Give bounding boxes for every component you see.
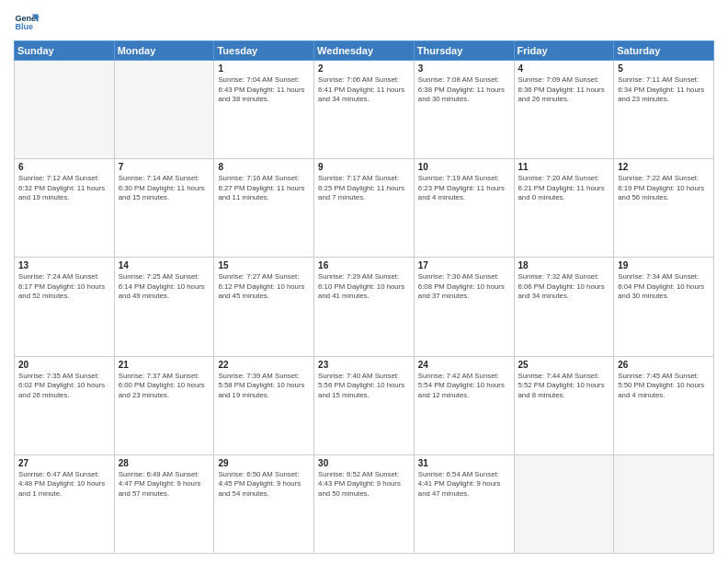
calendar-cell: 17Sunrise: 7:30 AM Sunset: 6:08 PM Dayli… <box>414 258 514 356</box>
calendar-cell: 5Sunrise: 7:11 AM Sunset: 6:34 PM Daylig… <box>614 61 714 159</box>
day-info: Sunrise: 7:29 AM Sunset: 6:10 PM Dayligh… <box>318 272 410 302</box>
day-number: 8 <box>218 162 310 172</box>
day-info: Sunrise: 7:44 AM Sunset: 5:52 PM Dayligh… <box>518 372 610 401</box>
day-info: Sunrise: 7:19 AM Sunset: 6:23 PM Dayligh… <box>418 174 510 203</box>
day-number: 5 <box>618 63 710 74</box>
logo-area: General Blue <box>14 9 43 35</box>
day-info: Sunrise: 7:09 AM Sunset: 6:36 PM Dayligh… <box>518 75 610 105</box>
calendar-cell: 24Sunrise: 7:42 AM Sunset: 5:54 PM Dayli… <box>414 356 514 454</box>
day-number: 27 <box>18 458 110 468</box>
calendar-cell: 27Sunrise: 6:47 AM Sunset: 4:48 PM Dayli… <box>15 454 115 553</box>
day-info: Sunrise: 7:42 AM Sunset: 5:54 PM Dayligh… <box>418 372 510 401</box>
day-number: 13 <box>18 260 110 270</box>
day-number: 6 <box>18 162 110 172</box>
day-number: 19 <box>618 260 710 270</box>
day-info: Sunrise: 7:27 AM Sunset: 6:12 PM Dayligh… <box>218 272 310 302</box>
calendar-cell: 6Sunrise: 7:12 AM Sunset: 6:32 PM Daylig… <box>15 159 115 258</box>
day-info: Sunrise: 7:45 AM Sunset: 5:50 PM Dayligh… <box>618 372 710 401</box>
calendar-cell: 10Sunrise: 7:19 AM Sunset: 6:23 PM Dayli… <box>414 159 514 258</box>
day-number: 28 <box>119 458 210 468</box>
calendar-cell: 16Sunrise: 7:29 AM Sunset: 6:10 PM Dayli… <box>314 258 415 356</box>
day-number: 23 <box>318 360 410 370</box>
calendar-cell: 13Sunrise: 7:24 AM Sunset: 6:17 PM Dayli… <box>15 258 115 356</box>
calendar-cell: 26Sunrise: 7:45 AM Sunset: 5:50 PM Dayli… <box>614 356 714 454</box>
day-number: 1 <box>218 63 310 74</box>
day-info: Sunrise: 7:34 AM Sunset: 6:04 PM Dayligh… <box>618 272 710 302</box>
day-number: 20 <box>18 360 110 370</box>
calendar-cell: 19Sunrise: 7:34 AM Sunset: 6:04 PM Dayli… <box>614 258 714 356</box>
day-info: Sunrise: 7:17 AM Sunset: 6:25 PM Dayligh… <box>318 174 410 203</box>
day-number: 26 <box>618 360 710 370</box>
day-number: 15 <box>218 260 310 270</box>
svg-text:Blue: Blue <box>15 22 33 31</box>
week-row-4: 20Sunrise: 7:35 AM Sunset: 6:02 PM Dayli… <box>15 356 714 454</box>
day-number: 11 <box>518 162 610 172</box>
calendar-cell: 4Sunrise: 7:09 AM Sunset: 6:36 PM Daylig… <box>514 61 614 159</box>
weekday-header-sunday: Sunday <box>15 41 115 61</box>
day-info: Sunrise: 7:37 AM Sunset: 6:00 PM Dayligh… <box>119 372 210 401</box>
calendar-cell: 25Sunrise: 7:44 AM Sunset: 5:52 PM Dayli… <box>514 356 614 454</box>
calendar-cell <box>114 61 214 159</box>
day-info: Sunrise: 7:24 AM Sunset: 6:17 PM Dayligh… <box>18 272 110 302</box>
calendar-cell: 28Sunrise: 6:49 AM Sunset: 4:47 PM Dayli… <box>114 454 214 553</box>
calendar-cell: 31Sunrise: 6:54 AM Sunset: 4:41 PM Dayli… <box>414 454 514 553</box>
calendar-cell <box>514 454 614 553</box>
day-info: Sunrise: 7:25 AM Sunset: 6:14 PM Dayligh… <box>119 272 210 302</box>
week-row-5: 27Sunrise: 6:47 AM Sunset: 4:48 PM Dayli… <box>15 454 714 553</box>
calendar-table: SundayMondayTuesdayWednesdayThursdayFrid… <box>14 40 714 554</box>
day-number: 16 <box>318 260 410 270</box>
day-number: 7 <box>119 162 210 172</box>
day-number: 10 <box>418 162 510 172</box>
calendar-cell: 14Sunrise: 7:25 AM Sunset: 6:14 PM Dayli… <box>114 258 214 356</box>
calendar-cell <box>15 61 115 159</box>
calendar-cell: 20Sunrise: 7:35 AM Sunset: 6:02 PM Dayli… <box>15 356 115 454</box>
calendar-cell: 12Sunrise: 7:22 AM Sunset: 6:19 PM Dayli… <box>614 159 714 258</box>
day-number: 31 <box>418 458 510 468</box>
weekday-header-row: SundayMondayTuesdayWednesdayThursdayFrid… <box>15 41 714 61</box>
day-number: 12 <box>618 162 710 172</box>
day-info: Sunrise: 7:04 AM Sunset: 6:43 PM Dayligh… <box>218 75 310 105</box>
day-info: Sunrise: 6:54 AM Sunset: 4:41 PM Dayligh… <box>418 470 510 500</box>
day-info: Sunrise: 7:06 AM Sunset: 6:41 PM Dayligh… <box>318 75 410 105</box>
weekday-header-wednesday: Wednesday <box>314 41 415 61</box>
day-info: Sunrise: 7:20 AM Sunset: 6:21 PM Dayligh… <box>518 174 610 203</box>
day-number: 30 <box>318 458 410 468</box>
calendar-cell <box>614 454 714 553</box>
weekday-header-friday: Friday <box>514 41 614 61</box>
calendar-cell: 30Sunrise: 6:52 AM Sunset: 4:43 PM Dayli… <box>314 454 415 553</box>
day-info: Sunrise: 7:22 AM Sunset: 6:19 PM Dayligh… <box>618 174 710 203</box>
day-info: Sunrise: 7:30 AM Sunset: 6:08 PM Dayligh… <box>418 272 510 302</box>
calendar-cell: 9Sunrise: 7:17 AM Sunset: 6:25 PM Daylig… <box>314 159 415 258</box>
day-number: 24 <box>418 360 510 370</box>
day-number: 22 <box>218 360 310 370</box>
calendar-cell: 29Sunrise: 6:50 AM Sunset: 4:45 PM Dayli… <box>214 454 314 553</box>
day-number: 2 <box>318 63 410 74</box>
calendar-cell: 23Sunrise: 7:40 AM Sunset: 5:56 PM Dayli… <box>314 356 415 454</box>
week-row-1: 1Sunrise: 7:04 AM Sunset: 6:43 PM Daylig… <box>15 61 714 159</box>
day-info: Sunrise: 7:16 AM Sunset: 6:27 PM Dayligh… <box>218 174 310 203</box>
calendar-cell: 15Sunrise: 7:27 AM Sunset: 6:12 PM Dayli… <box>214 258 314 356</box>
day-info: Sunrise: 6:47 AM Sunset: 4:48 PM Dayligh… <box>18 470 110 500</box>
day-info: Sunrise: 7:32 AM Sunset: 6:06 PM Dayligh… <box>518 272 610 302</box>
day-number: 25 <box>518 360 610 370</box>
day-info: Sunrise: 6:50 AM Sunset: 4:45 PM Dayligh… <box>218 470 310 500</box>
day-info: Sunrise: 7:08 AM Sunset: 6:38 PM Dayligh… <box>418 75 510 105</box>
day-number: 29 <box>218 458 310 468</box>
calendar-cell: 8Sunrise: 7:16 AM Sunset: 6:27 PM Daylig… <box>214 159 314 258</box>
day-info: Sunrise: 7:14 AM Sunset: 6:30 PM Dayligh… <box>119 174 210 203</box>
day-number: 18 <box>518 260 610 270</box>
day-info: Sunrise: 6:52 AM Sunset: 4:43 PM Dayligh… <box>318 470 410 500</box>
day-number: 21 <box>119 360 210 370</box>
day-info: Sunrise: 7:11 AM Sunset: 6:34 PM Dayligh… <box>618 75 710 105</box>
weekday-header-thursday: Thursday <box>414 41 514 61</box>
day-number: 3 <box>418 63 510 74</box>
week-row-3: 13Sunrise: 7:24 AM Sunset: 6:17 PM Dayli… <box>15 258 714 356</box>
calendar-cell: 21Sunrise: 7:37 AM Sunset: 6:00 PM Dayli… <box>114 356 214 454</box>
day-info: Sunrise: 7:12 AM Sunset: 6:32 PM Dayligh… <box>18 174 110 203</box>
logo-icon: General Blue <box>14 9 40 35</box>
day-info: Sunrise: 7:39 AM Sunset: 5:58 PM Dayligh… <box>218 372 310 401</box>
day-number: 17 <box>418 260 510 270</box>
day-number: 14 <box>119 260 210 270</box>
calendar-cell: 11Sunrise: 7:20 AM Sunset: 6:21 PM Dayli… <box>514 159 614 258</box>
weekday-header-saturday: Saturday <box>614 41 714 61</box>
